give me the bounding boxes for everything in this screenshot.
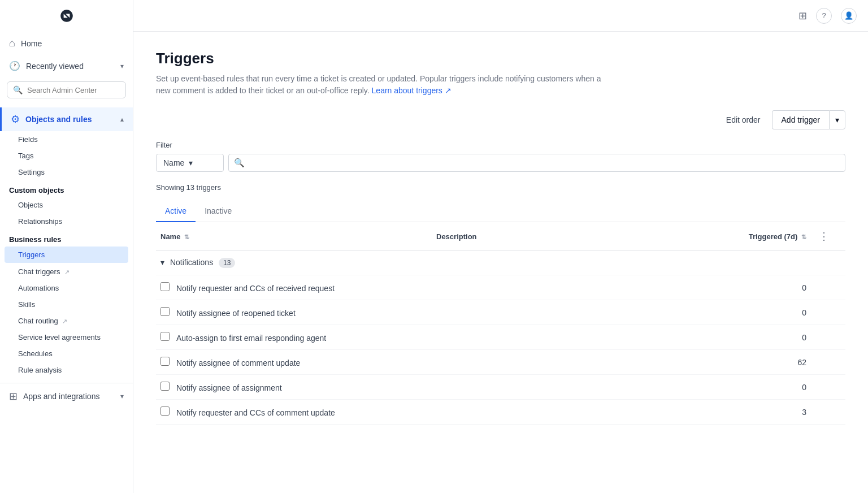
sidebar-item-chat-triggers[interactable]: Chat triggers ↗ [0,263,133,280]
search-icon: 🔍 [13,85,23,94]
sidebar-item-relationships[interactable]: Relationships [0,213,133,230]
chevron-down-icon: ▾ [120,62,124,70]
sidebar-item-rule-analysis[interactable]: Rule analysis [0,362,133,378]
row-checkbox-1[interactable] [160,282,170,291]
clock-icon: 🕐 [9,60,20,71]
group-name: Notifications [170,258,213,267]
table-row: Auto-assign to first email responding ag… [156,325,845,350]
row-checkbox-2[interactable] [160,307,170,316]
triggers-table: Name ⇅ Description Triggered (7d) ⇅ ⋮ [156,222,845,425]
row-checkbox-5[interactable] [160,382,170,391]
main-content: Triggers Set up event-based rules that r… [133,32,868,493]
sidebar-home-label: Home [21,39,42,48]
external-link-icon-2: ↗ [62,318,67,325]
sidebar-item-settings[interactable]: Settings [0,164,133,180]
apps-integrations-label: Apps and integrations [23,392,99,401]
table-row: Notify requester and CCs of received req… [156,275,845,300]
home-icon: ⌂ [9,37,15,49]
row-checkbox-6[interactable] [160,406,170,416]
row-checkbox-3[interactable] [160,332,170,341]
filter-label: Filter [156,141,845,149]
sidebar-item-home[interactable]: ⌂ Home [0,32,133,55]
filter-search-input[interactable] [228,154,845,172]
sidebar-item-chat-routing[interactable]: Chat routing ↗ [0,313,133,329]
search-box[interactable]: 🔍 [7,81,126,98]
objects-rules-icon: ⚙ [11,113,20,126]
col-triggered-header: Triggered (7d) ⇅ [708,222,811,251]
learn-more-link[interactable]: Learn about triggers ↗ [372,86,452,95]
objects-rules-label: Objects and rules [25,115,120,124]
topbar: ⊞ ? 👤 [133,0,868,32]
tab-active[interactable]: Active [156,201,196,222]
tabs-row: Active Inactive [156,201,845,222]
filter-search-icon: 🔍 [234,158,245,168]
tab-inactive[interactable]: Inactive [196,201,241,222]
sidebar-item-triggers[interactable]: Triggers [5,246,128,263]
sidebar-item-automations[interactable]: Automations [0,280,133,296]
group-notifications-header: ▾ Notifications 13 [156,251,845,275]
edit-order-button[interactable]: Edit order [719,111,767,129]
filter-row: Name ▾ 🔍 [156,154,845,172]
group-count-badge: 13 [219,258,235,268]
table-row: Notify assignee of assignment 0 [156,375,845,400]
external-link-icon: ↗ [64,269,70,275]
apps-icon: ⊞ [9,390,18,403]
add-trigger-group: Add trigger ▾ [772,110,845,129]
filter-section: Filter Name ▾ 🔍 [156,141,845,172]
page-title: Triggers [156,50,845,67]
filter-search-wrap: 🔍 [228,154,845,172]
table-row: Notify assignee of comment update 62 [156,350,845,375]
chevron-up-icon: ▴ [120,115,124,123]
logo [0,0,133,32]
help-icon[interactable]: ? [816,8,832,24]
user-avatar-icon[interactable]: 👤 [841,8,857,24]
sidebar: ⌂ Home 🕐 Recently viewed ▾ 🔍 ⚙ Objects a… [0,0,133,493]
search-input[interactable] [27,86,120,94]
triggered-sort-icon[interactable]: ⇅ [801,233,806,240]
business-rules-group-label: Business rules [0,230,133,246]
chevron-down-icon-apps: ▾ [120,392,124,400]
toolbar-row: Edit order Add trigger ▾ [156,110,845,129]
sidebar-item-tags[interactable]: Tags [0,148,133,164]
filter-name-select[interactable]: Name ▾ [156,154,224,172]
sidebar-item-objects[interactable]: Objects [0,197,133,213]
custom-objects-group-label: Custom objects [0,180,133,197]
sidebar-item-sla[interactable]: Service level agreements [0,329,133,345]
apps-grid-icon[interactable]: ⊞ [798,10,807,22]
col-description-header: Description [432,222,708,251]
row-checkbox-4[interactable] [160,357,170,366]
showing-label: Showing 13 triggers [156,183,845,192]
col-name-header: Name ⇅ [156,222,432,251]
group-collapse-icon[interactable]: ▾ [160,258,164,267]
select-chevron-icon: ▾ [189,158,193,167]
col-actions-header: ⋮ [811,222,845,251]
name-sort-icon[interactable]: ⇅ [184,233,189,240]
table-more-button[interactable]: ⋮ [815,229,832,244]
sidebar-item-fields[interactable]: Fields [0,131,133,148]
table-row: Notify requester and CCs of comment upda… [156,400,845,425]
page-description: Set up event-based rules that run every … [156,73,608,97]
sidebar-item-apps-integrations[interactable]: ⊞ Apps and integrations ▾ [0,383,133,408]
table-row: Notify assignee of reopened ticket 0 [156,300,845,325]
add-trigger-button[interactable]: Add trigger [772,110,829,129]
sidebar-item-schedules[interactable]: Schedules [0,345,133,362]
sidebar-item-skills[interactable]: Skills [0,296,133,313]
add-trigger-dropdown-button[interactable]: ▾ [829,110,845,129]
sidebar-item-objects-and-rules[interactable]: ⚙ Objects and rules ▴ [0,107,133,131]
recently-viewed-label: Recently viewed [26,62,84,71]
sidebar-item-recently-viewed[interactable]: 🕐 Recently viewed ▾ [0,55,133,77]
